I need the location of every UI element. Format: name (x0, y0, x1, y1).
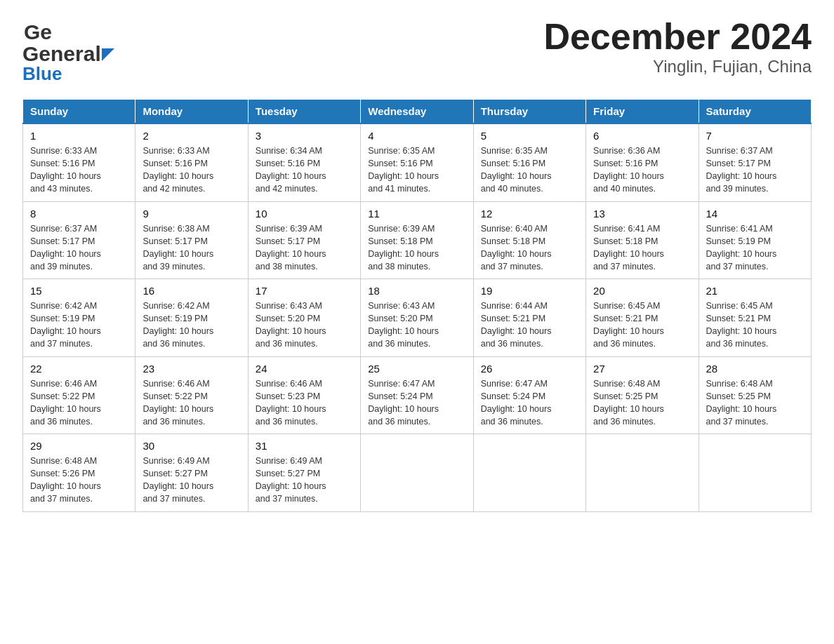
day-number: 25 (368, 363, 465, 375)
calendar-cell: 22 Sunrise: 6:46 AM Sunset: 5:22 PM Dayl… (23, 356, 135, 434)
day-info: Sunrise: 6:35 AM Sunset: 5:16 PM Dayligh… (481, 145, 578, 196)
calendar-cell: 26 Sunrise: 6:47 AM Sunset: 5:24 PM Dayl… (473, 356, 585, 434)
day-number: 16 (143, 285, 240, 297)
calendar-header: SundayMondayTuesdayWednesdayThursdayFrid… (23, 100, 812, 124)
day-info: Sunrise: 6:40 AM Sunset: 5:18 PM Dayligh… (481, 222, 578, 274)
day-number: 24 (256, 363, 353, 375)
calendar-cell: 24 Sunrise: 6:46 AM Sunset: 5:23 PM Dayl… (248, 356, 360, 434)
calendar-cell: 9 Sunrise: 6:38 AM Sunset: 5:17 PM Dayli… (135, 201, 248, 279)
svg-marker-1 (102, 48, 114, 61)
calendar-cell: 13 Sunrise: 6:41 AM Sunset: 5:18 PM Dayl… (586, 201, 699, 279)
day-info: Sunrise: 6:41 AM Sunset: 5:19 PM Dayligh… (706, 222, 804, 274)
day-number: 19 (481, 285, 578, 297)
day-info: Sunrise: 6:39 AM Sunset: 5:17 PM Dayligh… (256, 222, 353, 274)
col-header-saturday: Saturday (699, 100, 811, 124)
calendar-cell: 5 Sunrise: 6:35 AM Sunset: 5:16 PM Dayli… (473, 123, 585, 201)
day-info: Sunrise: 6:34 AM Sunset: 5:16 PM Dayligh… (256, 145, 353, 196)
day-number: 13 (593, 208, 691, 220)
title-block: December 2024 Yinglin, Fujian, China (543, 17, 812, 76)
day-number: 9 (143, 208, 240, 220)
calendar-cell: 2 Sunrise: 6:33 AM Sunset: 5:16 PM Dayli… (135, 123, 248, 201)
day-number: 15 (30, 285, 128, 297)
week-row-3: 15 Sunrise: 6:42 AM Sunset: 5:19 PM Dayl… (23, 279, 812, 357)
day-info: Sunrise: 6:48 AM Sunset: 5:26 PM Dayligh… (30, 455, 128, 506)
col-header-monday: Monday (135, 100, 248, 124)
col-header-friday: Friday (586, 100, 699, 124)
day-number: 23 (143, 363, 240, 375)
day-number: 6 (593, 130, 691, 142)
day-number: 31 (256, 440, 353, 452)
day-number: 20 (593, 285, 691, 297)
calendar-subtitle: Yinglin, Fujian, China (543, 57, 812, 76)
calendar-cell: 7 Sunrise: 6:37 AM Sunset: 5:17 PM Dayli… (699, 123, 811, 201)
day-info: Sunrise: 6:45 AM Sunset: 5:21 PM Dayligh… (593, 300, 691, 351)
day-number: 12 (481, 208, 578, 220)
svg-text:General: General (24, 20, 53, 43)
calendar-cell: 28 Sunrise: 6:48 AM Sunset: 5:25 PM Dayl… (699, 356, 811, 434)
day-info: Sunrise: 6:39 AM Sunset: 5:18 PM Dayligh… (368, 222, 465, 274)
calendar-cell (361, 434, 473, 512)
day-info: Sunrise: 6:37 AM Sunset: 5:17 PM Dayligh… (706, 145, 804, 196)
week-row-5: 29 Sunrise: 6:48 AM Sunset: 5:26 PM Dayl… (23, 434, 812, 512)
calendar-cell: 8 Sunrise: 6:37 AM Sunset: 5:17 PM Dayli… (23, 201, 135, 279)
day-info: Sunrise: 6:42 AM Sunset: 5:19 PM Dayligh… (30, 300, 128, 351)
day-number: 3 (256, 130, 353, 142)
day-info: Sunrise: 6:49 AM Sunset: 5:27 PM Dayligh… (256, 455, 353, 506)
day-number: 10 (256, 208, 353, 220)
day-info: Sunrise: 6:45 AM Sunset: 5:21 PM Dayligh… (706, 300, 804, 351)
calendar-cell: 31 Sunrise: 6:49 AM Sunset: 5:27 PM Dayl… (248, 434, 360, 512)
day-info: Sunrise: 6:48 AM Sunset: 5:25 PM Dayligh… (706, 377, 804, 429)
calendar-cell: 11 Sunrise: 6:39 AM Sunset: 5:18 PM Dayl… (361, 201, 473, 279)
col-header-wednesday: Wednesday (361, 100, 473, 124)
calendar-cell: 27 Sunrise: 6:48 AM Sunset: 5:25 PM Dayl… (586, 356, 699, 434)
day-info: Sunrise: 6:44 AM Sunset: 5:21 PM Dayligh… (481, 300, 578, 351)
day-number: 1 (30, 130, 128, 142)
week-row-1: 1 Sunrise: 6:33 AM Sunset: 5:16 PM Dayli… (23, 123, 812, 201)
calendar-cell (473, 434, 585, 512)
day-info: Sunrise: 6:37 AM Sunset: 5:17 PM Dayligh… (30, 222, 128, 274)
day-number: 27 (593, 363, 691, 375)
calendar-cell: 20 Sunrise: 6:45 AM Sunset: 5:21 PM Dayl… (586, 279, 699, 357)
calendar-cell: 6 Sunrise: 6:36 AM Sunset: 5:16 PM Dayli… (586, 123, 699, 201)
calendar-cell: 18 Sunrise: 6:43 AM Sunset: 5:20 PM Dayl… (361, 279, 473, 357)
calendar-cell: 21 Sunrise: 6:45 AM Sunset: 5:21 PM Dayl… (699, 279, 811, 357)
day-info: Sunrise: 6:38 AM Sunset: 5:17 PM Dayligh… (143, 222, 240, 274)
col-header-thursday: Thursday (473, 100, 585, 124)
col-header-tuesday: Tuesday (248, 100, 360, 124)
week-row-2: 8 Sunrise: 6:37 AM Sunset: 5:17 PM Dayli… (23, 201, 812, 279)
calendar-cell: 29 Sunrise: 6:48 AM Sunset: 5:26 PM Dayl… (23, 434, 135, 512)
day-number: 7 (706, 130, 804, 142)
calendar-cell: 1 Sunrise: 6:33 AM Sunset: 5:16 PM Dayli… (23, 123, 135, 201)
calendar-cell: 3 Sunrise: 6:34 AM Sunset: 5:16 PM Dayli… (248, 123, 360, 201)
logo-arrow-icon (102, 48, 114, 61)
logo: General General Blue (22, 17, 114, 85)
week-row-4: 22 Sunrise: 6:46 AM Sunset: 5:22 PM Dayl… (23, 356, 812, 434)
calendar-title: December 2024 (543, 17, 812, 57)
day-info: Sunrise: 6:49 AM Sunset: 5:27 PM Dayligh… (143, 455, 240, 506)
calendar-cell (699, 434, 811, 512)
day-number: 14 (706, 208, 804, 220)
day-info: Sunrise: 6:47 AM Sunset: 5:24 PM Dayligh… (368, 377, 465, 429)
day-number: 4 (368, 130, 465, 142)
calendar-cell: 4 Sunrise: 6:35 AM Sunset: 5:16 PM Dayli… (361, 123, 473, 201)
calendar-cell: 16 Sunrise: 6:42 AM Sunset: 5:19 PM Dayl… (135, 279, 248, 357)
calendar-cell: 15 Sunrise: 6:42 AM Sunset: 5:19 PM Dayl… (23, 279, 135, 357)
day-info: Sunrise: 6:46 AM Sunset: 5:22 PM Dayligh… (143, 377, 240, 429)
day-number: 18 (368, 285, 465, 297)
day-number: 26 (481, 363, 578, 375)
day-number: 28 (706, 363, 804, 375)
logo-text-blue: Blue (22, 63, 62, 85)
day-number: 2 (143, 130, 240, 142)
calendar-cell (586, 434, 699, 512)
day-info: Sunrise: 6:46 AM Sunset: 5:23 PM Dayligh… (256, 377, 353, 429)
day-info: Sunrise: 6:33 AM Sunset: 5:16 PM Dayligh… (143, 145, 240, 196)
page-header: General General Blue December 2024 Yingl… (22, 17, 812, 85)
calendar-cell: 19 Sunrise: 6:44 AM Sunset: 5:21 PM Dayl… (473, 279, 585, 357)
day-info: Sunrise: 6:47 AM Sunset: 5:24 PM Dayligh… (481, 377, 578, 429)
day-number: 30 (143, 440, 240, 452)
col-header-sunday: Sunday (23, 100, 135, 124)
logo-text-general: General (22, 42, 101, 66)
calendar-cell: 17 Sunrise: 6:43 AM Sunset: 5:20 PM Dayl… (248, 279, 360, 357)
calendar-cell: 12 Sunrise: 6:40 AM Sunset: 5:18 PM Dayl… (473, 201, 585, 279)
calendar-cell: 23 Sunrise: 6:46 AM Sunset: 5:22 PM Dayl… (135, 356, 248, 434)
